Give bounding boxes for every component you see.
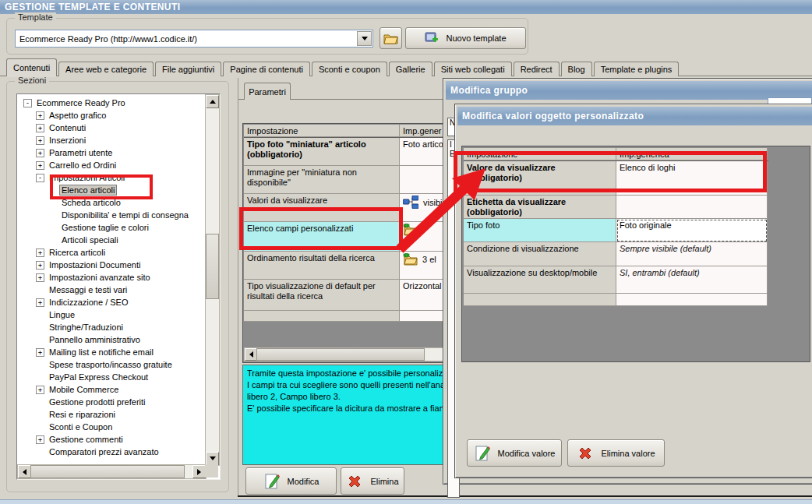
tree-item-parametri-utente[interactable]: +Parametri utente xyxy=(17,146,204,159)
new-template-button[interactable]: Nuovo template xyxy=(405,27,526,49)
setting-label: Tipo foto xyxy=(464,219,616,242)
delete-x-icon xyxy=(346,473,363,490)
tab-template-e-plugins[interactable]: Template e plugins xyxy=(594,62,680,76)
elimina-valore-button[interactable]: Elimina valore xyxy=(567,439,665,467)
tab-file-aggiuntivi[interactable]: File aggiuntivi xyxy=(155,62,221,76)
modifica-valori-title: Modifica valori oggetto personalizzato xyxy=(462,111,644,122)
scroll-right-button[interactable] xyxy=(192,465,206,478)
parametri-row-immagine-per-miniatura-non-disponibile[interactable]: Immagine per "miniatura non disponibile" xyxy=(244,166,444,194)
tree-item-gestione-taglie-e-colori[interactable]: Gestione taglie e colori xyxy=(17,221,204,234)
tree-item-stringhe-traduzioni[interactable]: Stringhe/Traduzioni xyxy=(17,321,204,333)
tree-item-indicizzazione-seo[interactable]: +Indicizzazione / SEO xyxy=(17,296,204,308)
setting-value xyxy=(400,311,444,322)
expand-plus-icon[interactable]: + xyxy=(36,111,44,120)
tab-contenuti[interactable]: Contenuti xyxy=(6,58,57,76)
tree-item-contenuti[interactable]: +Contenuti xyxy=(17,122,204,134)
tree-horizontal-scrollbar[interactable] xyxy=(17,464,207,479)
tree-item-impostazioni-articoli[interactable]: -Impostazioni Articoli xyxy=(17,171,204,184)
scrollbar-corner xyxy=(205,464,218,478)
setting-value: Foto artico miniatura xyxy=(400,138,444,166)
expand-plus-icon[interactable]: + xyxy=(36,161,44,170)
tree-item-inserzioni[interactable]: +Inserzioni xyxy=(17,134,204,146)
tab-siti-web-collegati[interactable]: Siti web collegati xyxy=(434,62,512,76)
parametri-row-tipo-visualizzazione-di-default-per-risultati-della-ricerca[interactable]: Tipo visualizzazione di default per risu… xyxy=(244,280,444,311)
tree-item-comparatori-prezzi-avanzato[interactable]: Comparatori prezzi avanzato xyxy=(17,446,204,458)
description-line: libero 2, Campo libero 3. xyxy=(247,391,447,403)
tree-item-mailing-list-e-notifiche-email[interactable]: +Mailing list e notifiche email xyxy=(17,346,204,358)
tree-item-label: Pannello amministrativo xyxy=(48,335,142,344)
modal-row-visualizzazione-su-desktop-mobile[interactable]: Visualizzazione su desktop/mobileSI, ent… xyxy=(464,266,768,294)
tree-item-messaggi-e-testi-vari[interactable]: Messaggi e testi vari xyxy=(17,284,204,296)
modifica-gruppo-titlebar[interactable]: Modifica gruppo xyxy=(446,81,812,100)
expand-plus-icon[interactable]: + xyxy=(36,273,44,282)
parametri-row-elenco-campi-personalizzati[interactable]: Elenco campi personalizzati xyxy=(244,222,444,252)
expand-plus-icon[interactable]: + xyxy=(36,136,44,145)
open-folder-button[interactable] xyxy=(380,27,402,49)
modal-row-empty[interactable] xyxy=(464,294,768,306)
expand-plus-icon[interactable]: + xyxy=(36,149,44,157)
tree-item-aspetto-grafico[interactable]: +Aspetto grafico xyxy=(17,109,204,122)
modifica-valori-titlebar[interactable]: Modifica valori oggetto personalizzato xyxy=(457,107,812,125)
tree-item-spese-trasporto-incasso-gratuite[interactable]: Spese trasporto/incasso gratuite xyxy=(17,358,204,371)
elimina-button[interactable]: Elimina xyxy=(341,467,404,495)
tab-parametri[interactable]: Parametri xyxy=(244,83,291,100)
tree-item-ricerca-articoli[interactable]: +Ricerca articoli xyxy=(17,246,204,259)
tree-item-label: Resi e riparazioni xyxy=(48,410,117,419)
modal-row-valore-da-visualizzare-obbligatorio[interactable]: Valore da visualizzare (obbligatorio)Ele… xyxy=(464,161,768,196)
template-combobox[interactable]: Ecommerce Ready Pro (http://www1.codice.… xyxy=(15,30,373,48)
tree-item-lingue[interactable]: Lingue xyxy=(17,308,204,321)
tab-gallerie[interactable]: Gallerie xyxy=(389,62,432,76)
tree-item-gestione-prodotti-preferiti[interactable]: Gestione prodotti preferiti xyxy=(17,396,204,408)
tree-item-resi-e-riparazioni[interactable]: Resi e riparazioni xyxy=(17,408,204,421)
scroll-left-button[interactable] xyxy=(245,348,257,361)
modifica-button[interactable]: Modifica xyxy=(245,467,337,495)
expand-plus-icon[interactable]: + xyxy=(36,348,44,357)
tree-item-elenco-articoli[interactable]: Elenco articoli xyxy=(17,184,204,196)
tree-item-impostazioni-avanzate-sito[interactable]: +Impostazioni avanzate sito xyxy=(17,271,204,284)
expand-plus-icon[interactable]: + xyxy=(36,124,44,132)
tree-hscroll-thumb[interactable] xyxy=(30,465,185,478)
parametri-row-empty[interactable] xyxy=(244,311,444,322)
tree-item-articoli-speciali[interactable]: Articoli speciali xyxy=(17,234,204,246)
collapse-minus-icon[interactable]: - xyxy=(23,99,32,107)
template-groupbox-label: Template xyxy=(15,12,56,22)
tree-vscroll-thumb[interactable] xyxy=(206,234,219,299)
tree-item-disponibilita-e-tempi-di-consegna[interactable]: Disponibilita' e tempi di consegna xyxy=(17,209,204,221)
tree-item-mobile-commerce[interactable]: +Mobile Commerce xyxy=(17,383,204,396)
parametri-hscrollbar[interactable] xyxy=(244,347,444,361)
parametri-row-ordinamento-risultati-della-ricerca[interactable]: Ordinamento risultati della ricerca3 el xyxy=(244,252,444,280)
parametri-hscroll-thumb[interactable] xyxy=(256,348,425,361)
parametri-row-tipo-foto-miniatura-articolo-obbligatorio[interactable]: Tipo foto "miniatura" articolo (obbligat… xyxy=(244,138,444,166)
scroll-left-button[interactable] xyxy=(18,465,31,478)
tab-aree-web-e-categorie[interactable]: Aree web e categorie xyxy=(58,62,154,76)
scroll-up-button[interactable] xyxy=(206,95,219,108)
tree-item-carrello-ed-ordini[interactable]: +Carrello ed Ordini xyxy=(17,159,204,171)
collapse-minus-icon[interactable]: - xyxy=(36,174,44,182)
scroll-down-button[interactable] xyxy=(206,452,219,465)
tree-item-impostazioni-documenti[interactable]: +Impostazioni Documenti xyxy=(17,259,204,271)
tab-blog[interactable]: Blog xyxy=(561,62,592,76)
parametri-row-valori-da-visualizzare[interactable]: Valori da visualizzarevisibil xyxy=(244,194,444,222)
expand-plus-icon[interactable]: + xyxy=(36,435,44,444)
tab-pagine-di-contenuti[interactable]: Pagine di contenuti xyxy=(223,62,310,76)
tree-item-label: Messaggi e testi vari xyxy=(48,285,129,294)
tree-vertical-scrollbar[interactable] xyxy=(205,94,220,466)
tree-item-label: Impostazioni Documenti xyxy=(48,260,142,270)
expand-plus-icon[interactable]: + xyxy=(36,298,44,307)
tab-redirect[interactable]: Redirect xyxy=(514,62,560,76)
modal-row-tipo-foto[interactable]: Tipo fotoFoto originale xyxy=(464,219,768,242)
modal-row-etichetta-da-visualizzare-obbligatorio[interactable]: Etichetta da visualizzare (obbligatorio) xyxy=(464,196,768,219)
tree-item-gestione-commenti[interactable]: +Gestione commenti xyxy=(17,433,204,446)
tree-item-ecommerce-ready-pro[interactable]: -Ecommerce Ready Pro xyxy=(17,97,204,109)
modal-row-condizione-di-visualizzazione[interactable]: Condizione di visualizzazioneSempre visi… xyxy=(464,242,768,266)
tab-sconti-e-coupon[interactable]: Sconti e coupon xyxy=(312,62,387,76)
modifica-valore-button[interactable]: Modifica valore xyxy=(467,439,562,467)
expand-plus-icon[interactable]: + xyxy=(36,248,44,257)
tree-item-sconti-e-coupon[interactable]: Sconti e Coupon xyxy=(17,421,204,433)
expand-plus-icon[interactable]: + xyxy=(36,386,44,394)
tree-item-pannello-amministrativo[interactable]: Pannello amministrativo xyxy=(17,333,204,346)
tree-item-paypal-express-checkout[interactable]: PayPal Express Checkout xyxy=(17,371,204,383)
expand-plus-icon[interactable]: + xyxy=(36,261,44,270)
tree-item-scheda-articolo[interactable]: Scheda articolo xyxy=(17,196,204,209)
combobox-dropdown-button[interactable] xyxy=(357,31,372,46)
